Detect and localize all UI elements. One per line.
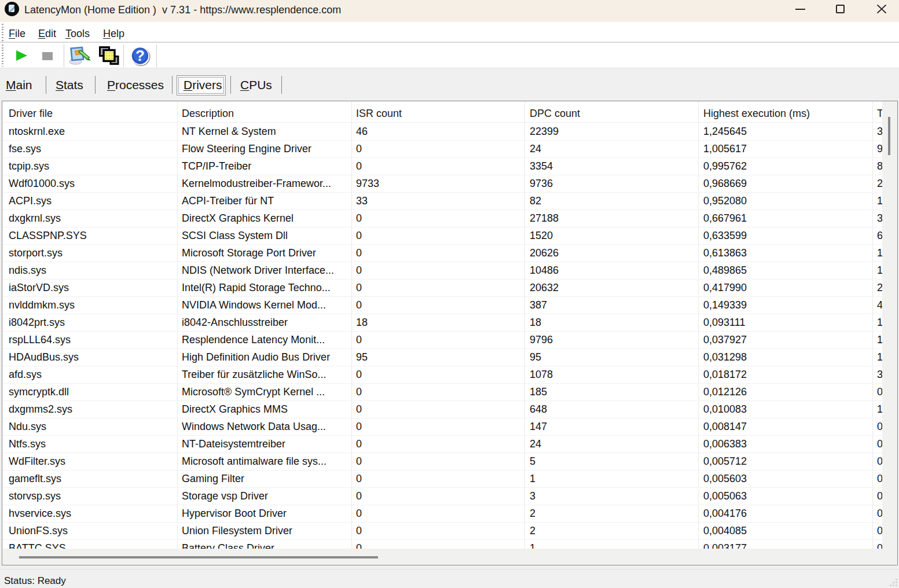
svg-text:?: ? — [135, 47, 145, 64]
